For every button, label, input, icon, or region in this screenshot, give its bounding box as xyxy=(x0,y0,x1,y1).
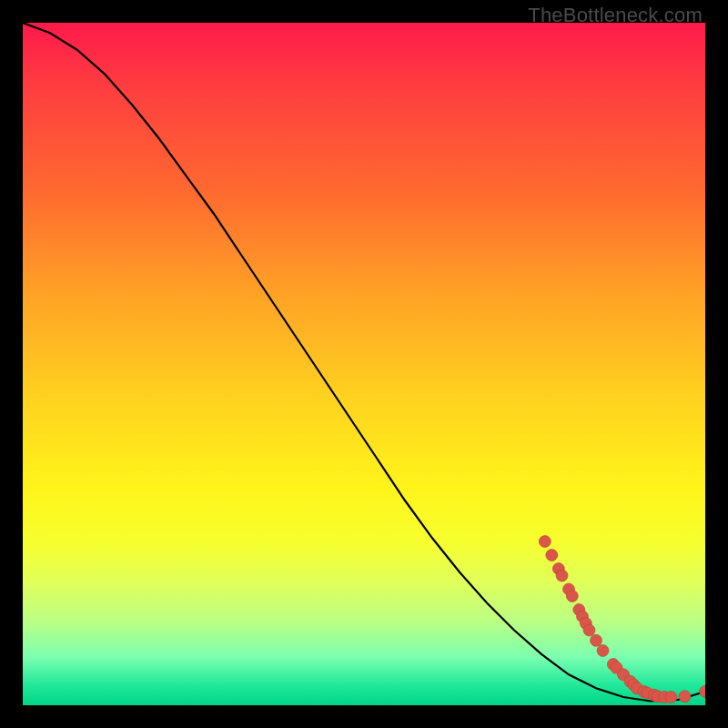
chart-frame: TheBottleneck.com xyxy=(0,0,728,728)
data-marker xyxy=(556,570,568,581)
data-marker xyxy=(597,645,609,657)
bottleneck-curve xyxy=(23,23,705,702)
data-marker xyxy=(665,692,677,703)
data-markers xyxy=(539,536,705,703)
data-marker xyxy=(539,536,551,548)
chart-svg xyxy=(23,23,705,705)
data-marker xyxy=(583,624,595,636)
data-marker xyxy=(679,691,691,703)
data-marker xyxy=(700,686,706,698)
data-marker xyxy=(591,634,602,646)
data-marker xyxy=(546,550,558,561)
data-marker xyxy=(566,591,578,602)
plot-area xyxy=(23,23,705,705)
